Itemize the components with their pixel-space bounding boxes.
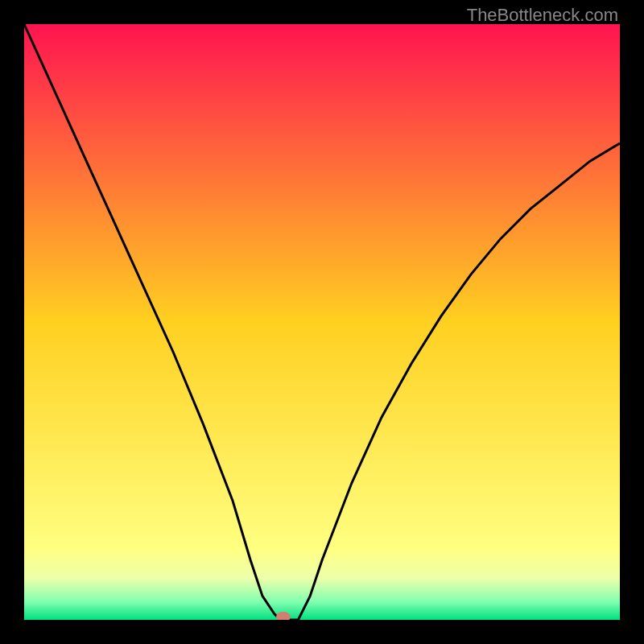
chart-plot-area <box>24 24 620 620</box>
watermark-text: TheBottleneck.com <box>467 5 618 26</box>
chart-svg <box>24 24 620 620</box>
chart-background <box>24 24 620 620</box>
